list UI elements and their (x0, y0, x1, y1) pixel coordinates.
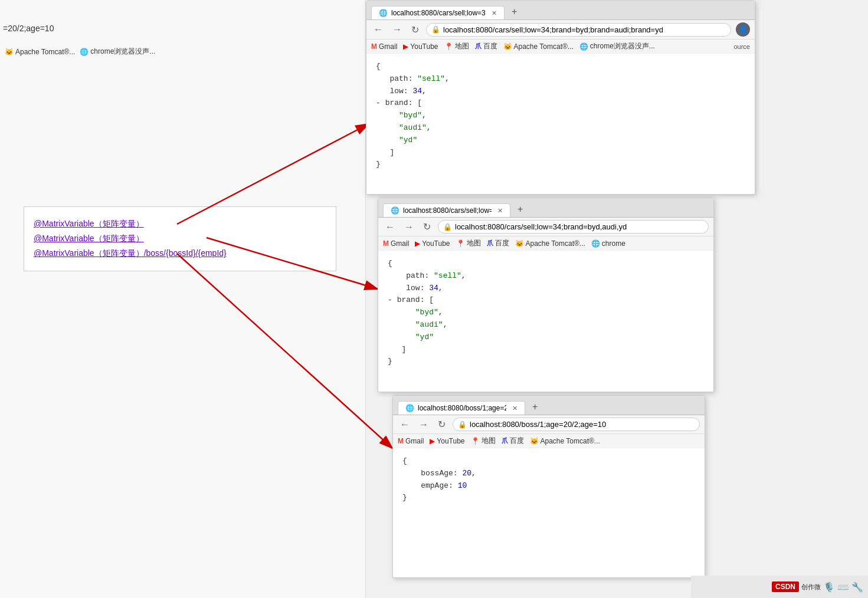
tomcat-icon-3: 🐱 (530, 437, 539, 445)
youtube-icon-2: ▶ (415, 239, 420, 248)
left-bm-tomcat[interactable]: 🐱 Apache Tomcat®... (5, 48, 75, 56)
bm3-youtube[interactable]: ▶ YouTube (430, 437, 464, 445)
browser-window-3: 🌐 localhost:8080/boss/1;age=20... ✕ + ← … (392, 395, 705, 578)
matrix-variable-link-1[interactable]: @MatrixVariable（矩阵变量） (34, 216, 326, 231)
youtube-icon-3: ▶ (430, 437, 435, 445)
baidu-icon-1: 爪 (475, 42, 482, 51)
tomcat-icon: 🐱 (5, 48, 14, 56)
gmail-icon-1: M (371, 42, 377, 51)
bm1-chrome[interactable]: 🌐 chrome浏览器没声... (579, 41, 655, 51)
maps-icon-2: 📍 (456, 239, 465, 248)
bm3-maps[interactable]: 📍 地图 (471, 436, 496, 446)
maps-icon-1: 📍 (444, 42, 453, 51)
csdn-text: 创作微 (801, 583, 821, 592)
browser2-json-content: { path: "sell", low: 34, - brand: [ "byd… (378, 251, 713, 375)
browser3-json-content: { bossAge: 20, empAge: 10 } (393, 448, 705, 511)
browser3-url-bar[interactable]: 🔒 localhost:8080/boss/1;age=20/2;age=10 (453, 418, 700, 431)
browser2-url-bar[interactable]: 🔒 localhost:8080/cars/sell;low=34;brand=… (438, 220, 709, 234)
bm2-tomcat[interactable]: 🐱 Apache Tomcat®... (515, 239, 585, 248)
code-box: @MatrixVariable（矩阵变量） @MatrixVariable（矩阵… (24, 206, 336, 271)
browser3-tab[interactable]: 🌐 localhost:8080/boss/1;age=20... ✕ (398, 401, 525, 415)
gmail-icon-3: M (398, 437, 404, 445)
browser1-tab-close[interactable]: ✕ (492, 9, 497, 17)
left-panel: =20/2;age=10 🐱 Apache Tomcat®... 🌐 chrom… (0, 0, 366, 598)
back-btn-1[interactable]: ← (371, 23, 385, 36)
tomcat-icon-2: 🐱 (515, 239, 524, 248)
browser1-tab-favicon: 🌐 (379, 9, 388, 17)
refresh-btn-2[interactable]: ↻ (421, 220, 433, 234)
browser2-address-row: ← → ↻ 🔒 localhost:8080/cars/sell;low=34;… (378, 218, 713, 236)
browser1-url-bar[interactable]: 🔒 localhost:8080/cars/sell;low=34;brand=… (426, 23, 731, 37)
back-btn-3[interactable]: ← (398, 418, 412, 431)
maps-icon-3: 📍 (471, 437, 480, 445)
browser3-bookmarks: M Gmail ▶ YouTube 📍 地图 爪 百度 🐱 Apache Tom… (393, 434, 705, 448)
refresh-btn-1[interactable]: ↻ (409, 23, 421, 37)
browser-window-2: 🌐 localhost:8080/cars/sell;low=3... ✕ + … (378, 198, 714, 392)
tomcat-icon-1: 🐱 (503, 42, 512, 51)
bm2-maps[interactable]: 📍 地图 (456, 238, 481, 248)
new-tab-button-1[interactable]: + (507, 4, 522, 19)
top-text: =20/2;age=10 (3, 24, 54, 33)
gmail-icon-2: M (383, 239, 389, 248)
browser1-tab[interactable]: 🌐 localhost:8080/cars/sell;low=3... ✕ (371, 6, 505, 19)
csdn-logo: CSDN (772, 581, 799, 592)
bm1-source: ource (733, 43, 750, 50)
bm2-gmail[interactable]: M Gmail (383, 239, 409, 248)
youtube-icon-1: ▶ (403, 42, 408, 51)
bm2-youtube[interactable]: ▶ YouTube (415, 239, 450, 248)
baidu-icon-3: 爪 (502, 436, 508, 445)
matrix-variable-link-2[interactable]: @MatrixVariable（矩阵变量） (34, 231, 326, 246)
forward-btn-1[interactable]: → (390, 23, 404, 36)
bm1-youtube[interactable]: ▶ YouTube (403, 42, 438, 51)
forward-btn-2[interactable]: → (402, 221, 416, 234)
browser-window-1: 🌐 localhost:8080/cars/sell;low=3... ✕ + … (366, 0, 755, 195)
browser2-tab-close[interactable]: ✕ (497, 207, 503, 215)
keyboard-icon: ⌨️ (837, 581, 849, 593)
lock-icon-1: 🔒 (431, 25, 440, 34)
browser2-bookmarks: M Gmail ▶ YouTube 📍 地图 爪 百度 🐱 Apache Tom… (378, 236, 713, 251)
browser3-tab-close[interactable]: ✕ (512, 405, 517, 412)
browser1-address-row: ← → ↻ 🔒 localhost:8080/cars/sell;low=34;… (366, 20, 755, 40)
csdn-bottom-bar: CSDN 创作微 🎙️ ⌨️ 🔧 (691, 576, 868, 598)
profile-icon-1[interactable]: 👤 (736, 22, 750, 37)
bm2-chrome[interactable]: 🌐 chrome (591, 239, 625, 248)
browser1-bookmarks: M Gmail ▶ YouTube 📍 地图 爪 百度 🐱 Apache Tom… (366, 40, 755, 54)
chrome-icon-1: 🌐 (579, 42, 588, 51)
forward-btn-3[interactable]: → (417, 418, 431, 431)
bm3-gmail[interactable]: M Gmail (398, 437, 424, 445)
new-tab-button-3[interactable]: + (528, 399, 542, 415)
chrome-icon-2: 🌐 (591, 239, 600, 248)
browser2-tab-favicon: 🌐 (391, 206, 399, 215)
baidu-icon-2: 爪 (487, 239, 493, 248)
matrix-variable-link-3[interactable]: @MatrixVariable（矩阵变量）/boss/{bossId}/{emp… (34, 246, 326, 261)
extra-icon: 🔧 (851, 581, 863, 593)
browser2-tab[interactable]: 🌐 localhost:8080/cars/sell;low=3... ✕ (383, 203, 510, 217)
bm1-gmail[interactable]: M Gmail (371, 42, 397, 51)
browser1-json-content: { path: "sell", low: 34, - brand: [ "byd… (366, 54, 755, 178)
back-btn-2[interactable]: ← (383, 221, 397, 234)
bm3-baidu[interactable]: 爪 百度 (502, 436, 524, 446)
lock-icon-3: 🔒 (458, 420, 467, 429)
bm1-baidu[interactable]: 爪 百度 (475, 41, 497, 51)
left-bm-chrome[interactable]: 🌐 chrome浏览器没声... (80, 47, 155, 57)
browser3-address-row: ← → ↻ 🔒 localhost:8080/boss/1;age=20/2;a… (393, 415, 705, 434)
refresh-btn-3[interactable]: ↻ (435, 418, 448, 431)
lock-icon-2: 🔒 (443, 223, 452, 231)
bm3-tomcat[interactable]: 🐱 Apache Tomcat®... (530, 437, 600, 445)
chrome-icon: 🌐 (80, 48, 89, 56)
new-tab-button-2[interactable]: + (513, 202, 528, 217)
left-bookmarks-bar: 🐱 Apache Tomcat®... 🌐 chrome浏览器没声... (0, 44, 160, 59)
browser3-tab-favicon: 🌐 (405, 404, 414, 412)
bm2-baidu[interactable]: 爪 百度 (487, 238, 509, 248)
bm1-tomcat[interactable]: 🐱 Apache Tomcat®... (503, 42, 574, 51)
bm1-maps[interactable]: 📍 地图 (444, 41, 469, 51)
microphone-icon: 🎙️ (823, 581, 835, 593)
